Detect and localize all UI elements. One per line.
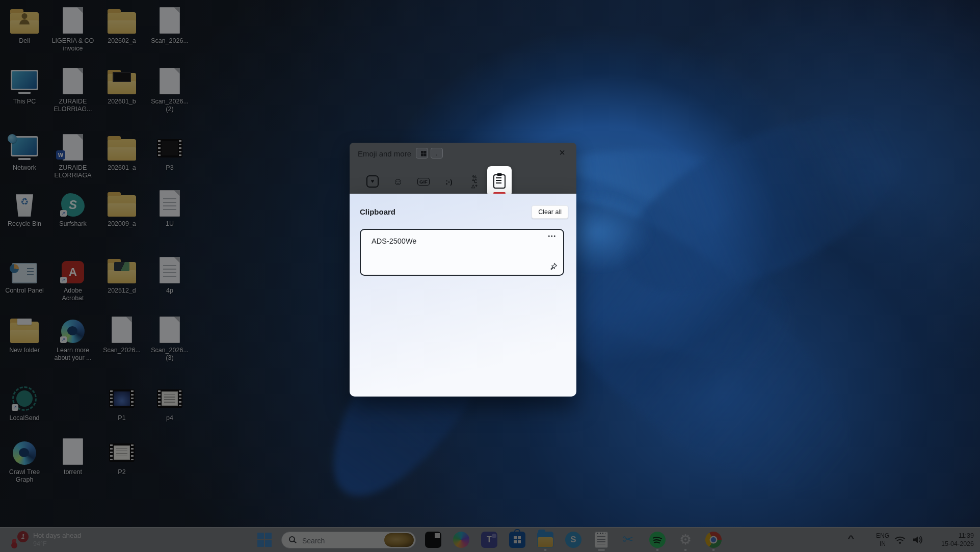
desktop-icon-learn-more[interactable]: ↗Learn more about your ... <box>49 316 97 362</box>
doc-plain-icon <box>49 437 97 466</box>
desktop-icon-label: Scan_2026... <box>98 347 146 354</box>
language-indicator[interactable]: ENG IN <box>876 532 889 548</box>
skype-icon[interactable] <box>562 528 585 551</box>
desktop-icon-label: 202512_d <box>98 287 146 295</box>
desktop-icon-localsend[interactable]: ↗LocalSend <box>1 383 48 422</box>
clock[interactable]: 11:39 15-04-2026 <box>941 532 974 548</box>
film-icon <box>146 133 194 162</box>
desktop-icon-label: 202009_a <box>98 220 146 228</box>
teams-icon[interactable] <box>478 528 500 551</box>
search-input[interactable] <box>301 532 380 549</box>
desktop-icon-label: 4p <box>146 287 194 295</box>
volume-icon[interactable] <box>912 535 924 546</box>
desktop-icon-label: Scan_2026... (2) <box>146 98 194 113</box>
pc-icon <box>1 67 48 95</box>
running-indicator <box>598 549 605 551</box>
desktop-icon-crawl-tree[interactable]: Crawl Tree Graph <box>1 437 48 484</box>
desktop-icon-zuraide[interactable]: WZURAIDE ELORRIAGA <box>49 133 97 179</box>
doc-lines-icon <box>146 189 194 218</box>
wifi-icon[interactable] <box>894 536 906 546</box>
desktop-icon-202601-a[interactable]: 202601_a <box>98 133 146 172</box>
tab-kaomoji[interactable]: ;-) <box>436 169 462 194</box>
search-icon <box>289 536 295 542</box>
film-blue-icon <box>98 383 146 412</box>
desktop-icon-label: Network <box>1 164 48 172</box>
running-indicator <box>684 549 687 551</box>
desktop-icon-p3[interactable]: P3 <box>146 133 194 172</box>
desktop-icon-label: LIGERIA & CO invoice <box>49 37 97 52</box>
desktop-icon-label: p4 <box>146 414 194 422</box>
desktop-icon-dell[interactable]: Dell <box>1 6 48 45</box>
edge-icon <box>1 437 48 466</box>
folder-media-icon <box>98 67 146 95</box>
copilot-icon[interactable] <box>450 528 472 551</box>
desktop-icon-new-folder[interactable]: New folder <box>1 316 48 354</box>
desktop-icon-torrent[interactable]: torrent <box>49 437 97 476</box>
desktop-icon-p1[interactable]: P1 <box>98 383 146 422</box>
desktop-icon-202512-d[interactable]: 202512_d <box>98 256 146 295</box>
taskbar: 1 Hot days ahead 94°F ^ ENG IN 11:39 15-… <box>0 527 980 552</box>
recent-tab-icon: ♥ <box>366 175 379 188</box>
desktop-icon-network[interactable]: Network <box>1 133 48 172</box>
l-app-icon[interactable] <box>422 528 444 551</box>
desktop-icon-adobe[interactable]: A↗Adobe Acrobat <box>49 256 97 302</box>
folder-media2-icon <box>98 256 146 284</box>
tab-clipboard[interactable] <box>487 166 512 197</box>
clipboard-tab-icon <box>493 174 506 189</box>
language-line1: ENG <box>876 532 889 540</box>
clipboard-item-text: ADS-2500We <box>372 237 416 245</box>
chrome-icon[interactable] <box>702 528 725 551</box>
tab-symbols[interactable]: %℃ △+ <box>462 169 487 194</box>
desktop-icon-label: P1 <box>98 414 146 422</box>
search-box[interactable] <box>281 532 416 548</box>
desktop-icon-label: Control Panel <box>1 287 48 295</box>
spotify-icon[interactable] <box>646 528 669 551</box>
desktop-icon-202601-b[interactable]: 202601_b <box>98 67 146 106</box>
clipboard-item[interactable]: ADS-2500We ••• <box>360 229 564 276</box>
more-options-icon[interactable]: ••• <box>548 233 557 239</box>
start-button[interactable] <box>256 532 273 547</box>
tab-gif[interactable]: GIF <box>411 169 436 194</box>
explorer-icon[interactable] <box>534 528 557 551</box>
desktop-icon-scan-2026-[interactable]: Scan_2026... <box>98 316 146 354</box>
desktop-icon-recycle-bin[interactable]: ♻Recycle Bin <box>1 189 48 228</box>
weather-widget[interactable]: 1 Hot days ahead 94°F <box>11 530 82 550</box>
desktop-icon-zuraide[interactable]: ZURAIDE ELORRIAG... <box>49 67 97 113</box>
shortcut-keys: . <box>416 148 443 159</box>
search-highlight-image[interactable] <box>384 533 414 547</box>
recycle-icon: ♻ <box>1 189 48 218</box>
shortcut-arrow-icon: ↗ <box>60 277 67 283</box>
shortcut-arrow-icon: ↗ <box>60 336 67 343</box>
desktop-icon-control-panel[interactable]: Control Panel <box>1 256 48 295</box>
desktop-icon-label: New folder <box>1 347 48 354</box>
pin-icon[interactable] <box>549 262 558 271</box>
language-line2: IN <box>880 540 886 548</box>
desktop-icon-202602-a[interactable]: 202602_a <box>98 6 146 45</box>
desktop-icon-202009-a[interactable]: 202009_a <box>98 189 146 228</box>
weather-temperature: 94°F <box>33 540 82 548</box>
desktop-icon-scan-2026-[interactable]: Scan_2026... <box>146 6 194 45</box>
desktop-icon-ligeria-co[interactable]: LIGERIA & CO invoice <box>49 6 97 52</box>
desktop-icon-label: Scan_2026... (3) <box>146 347 194 362</box>
snip-icon[interactable] <box>618 528 641 551</box>
desktop-icon-1u[interactable]: 1U <box>146 189 194 228</box>
desktop-icon-scan-2026-[interactable]: Scan_2026... (3) <box>146 316 194 362</box>
store-icon[interactable] <box>506 528 528 551</box>
tab-emoji[interactable]: ☺ <box>385 169 411 194</box>
settings-icon[interactable] <box>674 528 697 551</box>
desktop-icon-this-pc[interactable]: This PC <box>1 67 48 106</box>
desktop-icon-surfshark[interactable]: S↗Surfshark <box>49 189 97 228</box>
tab-recent[interactable]: ♥ <box>360 169 385 194</box>
notepad-icon[interactable] <box>590 528 613 551</box>
close-icon[interactable]: × <box>555 145 569 160</box>
desktop-icon-p2[interactable]: P2 <box>98 437 146 476</box>
tray-time: 11:39 <box>959 532 974 540</box>
clear-all-button[interactable]: Clear all <box>532 205 568 219</box>
desktop-icon-4p[interactable]: 4p <box>146 256 194 295</box>
tray-chevron-icon[interactable]: ^ <box>847 534 854 543</box>
desktop-icon-scan-2026-[interactable]: Scan_2026... (2) <box>146 67 194 113</box>
doc-icon <box>146 316 194 344</box>
network-icon <box>1 133 48 162</box>
thermometer-icon <box>12 539 16 546</box>
desktop-icon-p4[interactable]: p4 <box>146 383 194 422</box>
